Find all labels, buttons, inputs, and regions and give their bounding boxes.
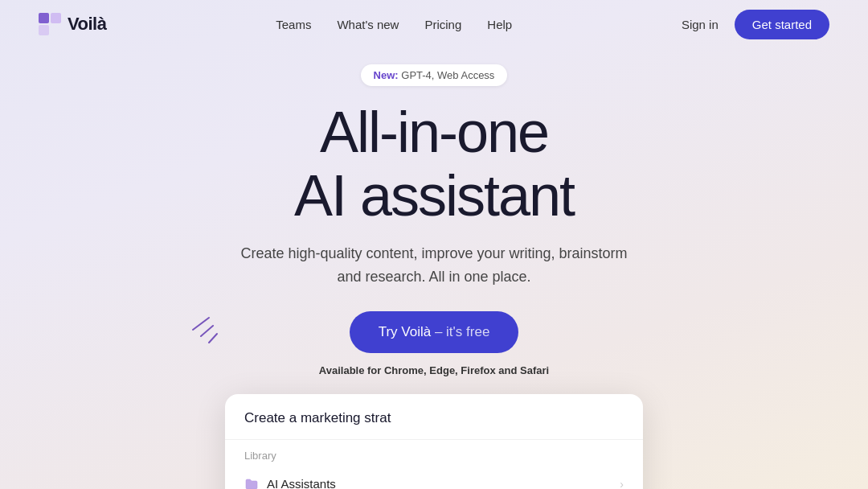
logo-icon (39, 13, 61, 35)
nav-whats-new[interactable]: What's new (337, 18, 399, 31)
library-item-ai-assistants[interactable]: AI Assistants › (225, 466, 643, 489)
chevron-right-icon: › (620, 478, 624, 489)
available-prefix: Available for (319, 364, 384, 376)
card-input-text: Create a marketing strat (244, 410, 391, 425)
svg-rect-1 (51, 13, 61, 23)
library-header: Library (225, 440, 643, 466)
get-started-button[interactable]: Get started (735, 10, 829, 39)
sign-in-link[interactable]: Sign in (682, 18, 719, 31)
available-browsers: Chrome, Edge, Firefox (384, 364, 496, 376)
library-card: Create a marketing strat Library AI Assi… (225, 394, 643, 489)
folder-icon-ai (244, 477, 259, 489)
svg-line-4 (201, 326, 213, 336)
cta-suffix: – it's free (435, 324, 489, 339)
hero-title-line2: AI assistant (294, 163, 574, 228)
nav-pricing[interactable]: Pricing (424, 18, 461, 31)
badge-new-label: New: (374, 69, 399, 81)
available-suffix: and Safari (496, 364, 549, 376)
svg-line-3 (193, 318, 209, 330)
hero-subtitle: Create high-quality content, improve you… (233, 242, 635, 289)
nav-teams[interactable]: Teams (276, 18, 311, 31)
hero-section: New: GPT-4, Web Access All-in-one AI ass… (0, 48, 868, 489)
svg-rect-0 (39, 13, 49, 23)
cta-label: Try Voilà (379, 324, 432, 339)
logo-text: Voilà (68, 14, 106, 35)
hero-title: All-in-one AI assistant (294, 101, 574, 228)
card-input: Create a marketing strat (225, 394, 643, 440)
navigation: Voilà Teams What's new Pricing Help Sign… (0, 0, 868, 48)
nav-links: Teams What's new Pricing Help (276, 18, 512, 31)
available-text: Available for Chrome, Edge, Firefox and … (319, 364, 549, 376)
library-item-label: AI Assistants (267, 477, 336, 489)
nav-right: Sign in Get started (682, 10, 829, 39)
hero-title-line1: All-in-one (320, 100, 548, 164)
logo[interactable]: Voilà (39, 13, 106, 35)
nav-help[interactable]: Help (487, 18, 512, 31)
badge-text: GPT-4, Web Access (399, 69, 495, 81)
svg-line-5 (209, 334, 217, 343)
decoration-lines (185, 314, 225, 346)
new-badge: New: GPT-4, Web Access (361, 64, 508, 86)
svg-rect-2 (39, 25, 49, 35)
try-voila-button[interactable]: Try Voilà – it's free (350, 311, 519, 353)
